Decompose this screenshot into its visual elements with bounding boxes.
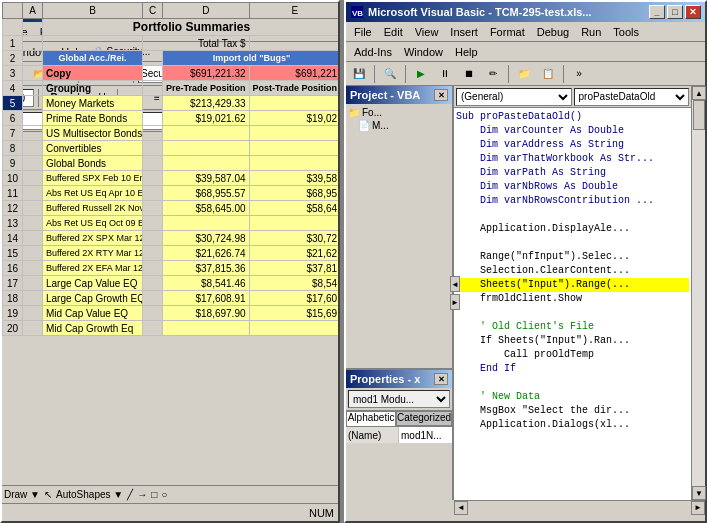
cell[interactable] — [143, 321, 163, 336]
cell[interactable] — [143, 261, 163, 276]
cell[interactable] — [143, 291, 163, 306]
buff2x-rty-val[interactable]: $21,626.74 — [163, 246, 250, 261]
cell[interactable] — [23, 216, 43, 231]
cell[interactable] — [143, 156, 163, 171]
abs-ret-val2[interactable]: $68,95 — [249, 186, 338, 201]
col-header-a[interactable]: A — [23, 3, 43, 19]
cell[interactable] — [249, 321, 338, 336]
scroll-right-btn[interactable]: ► — [691, 501, 705, 515]
copy-cell[interactable]: Copy — [43, 66, 143, 81]
col-header-c[interactable]: C — [143, 3, 163, 19]
cell[interactable] — [23, 321, 43, 336]
autoshapes-btn[interactable]: AutoShapes ▼ — [56, 489, 123, 500]
money-markets-val[interactable]: $213,429.33 — [163, 96, 250, 111]
mid-cap-gr-cell[interactable]: Mid Cap Growth Eq — [43, 321, 143, 336]
cell[interactable] — [23, 276, 43, 291]
general-dropdown[interactable]: (General) — [456, 88, 572, 106]
abs-ret-val[interactable]: $68,955.57 — [163, 186, 250, 201]
cell[interactable] — [23, 246, 43, 261]
scroll-thumb[interactable] — [693, 100, 705, 130]
large-cap-gr-cell[interactable]: Large Cap Growth EQ — [43, 291, 143, 306]
cell[interactable] — [23, 201, 43, 216]
amount-e3[interactable]: $691,221 — [249, 66, 338, 81]
col-header-e[interactable]: E — [249, 3, 338, 19]
cell[interactable] — [143, 111, 163, 126]
import-bugs-btn[interactable]: Import old "Bugs" — [163, 51, 339, 66]
cell[interactable] — [23, 111, 43, 126]
cell[interactable] — [23, 141, 43, 156]
vba-save-btn[interactable]: 💾 — [348, 64, 370, 84]
project-close-btn[interactable]: ✕ — [434, 89, 448, 101]
cell[interactable] — [143, 186, 163, 201]
cell[interactable] — [23, 36, 43, 51]
cell[interactable] — [143, 171, 163, 186]
large-cap-val-val[interactable]: $8,541.46 — [163, 276, 250, 291]
scroll-down-btn[interactable]: ▼ — [692, 486, 706, 500]
properties-close-btn[interactable]: ✕ — [434, 373, 448, 385]
categorized-tab[interactable]: Categorized — [396, 411, 452, 426]
cell[interactable] — [143, 66, 163, 81]
vba-menu-file[interactable]: File — [348, 24, 378, 40]
us-multi-cell[interactable]: US Multisector Bonds — [43, 126, 143, 141]
vba-reset-btn[interactable]: ⏹ — [458, 64, 480, 84]
tree-item-folder[interactable]: 📁 Fo... — [348, 106, 450, 119]
buff2x-efa-val[interactable]: $37,815.36 — [163, 261, 250, 276]
vba-menu-insert[interactable]: Insert — [444, 24, 484, 40]
prop-value-cell[interactable]: mod1N... — [399, 427, 452, 443]
cell[interactable] — [163, 141, 250, 156]
cell[interactable] — [23, 96, 43, 111]
tree-item-module[interactable]: 📄 M... — [348, 119, 450, 132]
oval-btn[interactable]: ○ — [161, 489, 167, 500]
cell[interactable] — [23, 231, 43, 246]
cell[interactable] — [23, 186, 43, 201]
cell[interactable] — [163, 156, 250, 171]
large-cap-gr-val2[interactable]: $17,60 — [249, 291, 338, 306]
col-header-d[interactable]: D — [163, 3, 250, 19]
line-btn[interactable]: ╱ — [127, 489, 133, 500]
vba-props-btn[interactable]: 📋 — [537, 64, 559, 84]
scroll-up-btn[interactable]: ▲ — [692, 86, 706, 100]
properties-object-select[interactable]: mod1 Modu... — [348, 390, 450, 408]
convertibles-cell[interactable]: Convertibles — [43, 141, 143, 156]
alphabetic-tab[interactable]: Alphabetic — [346, 411, 396, 426]
cell[interactable] — [23, 261, 43, 276]
cell[interactable] — [23, 19, 43, 36]
cell[interactable] — [143, 231, 163, 246]
mid-cap-val-val[interactable]: $18,697.90 — [163, 306, 250, 321]
buff-russ-val[interactable]: $58,645.00 — [163, 201, 250, 216]
vba-menu-window[interactable]: Window — [398, 44, 449, 60]
vba-menu-edit[interactable]: Edit — [378, 24, 409, 40]
cell[interactable] — [143, 201, 163, 216]
large-cap-val-cell[interactable]: Large Cap Value EQ — [43, 276, 143, 291]
buff2x-efa-val2[interactable]: $37,81 — [249, 261, 338, 276]
vba-menu-view[interactable]: View — [409, 24, 445, 40]
cell[interactable] — [163, 216, 250, 231]
buff2x-spx-cell[interactable]: Buffered 2X SPX Mar 12 En Inv N... — [43, 231, 143, 246]
vba-maximize-btn[interactable]: □ — [667, 5, 683, 19]
cell[interactable] — [163, 321, 250, 336]
prime-rate-cell[interactable]: Prime Rate Bonds — [43, 111, 143, 126]
cell[interactable] — [23, 81, 43, 96]
buff-russ-cell[interactable]: Buffered Russell 2K Nov 10 En Inv — [43, 201, 143, 216]
cell[interactable] — [23, 156, 43, 171]
scroll-left-btn[interactable]: ◄ — [454, 501, 468, 515]
col-header-b[interactable]: B — [43, 3, 143, 19]
cell[interactable] — [249, 141, 338, 156]
vba-more-btn[interactable]: » — [568, 64, 590, 84]
proc-dropdown[interactable]: proPasteDataOld — [574, 88, 690, 106]
cell[interactable] — [143, 126, 163, 141]
vba-find-btn[interactable]: 🔍 — [379, 64, 401, 84]
cell[interactable] — [249, 156, 338, 171]
cell[interactable] — [163, 126, 250, 141]
vba-menu-tools[interactable]: Tools — [607, 24, 645, 40]
cell[interactable] — [143, 141, 163, 156]
expand-right-btn[interactable]: ► — [450, 294, 460, 310]
money-markets-cell[interactable]: Money Markets — [43, 96, 143, 111]
buff2x-spx-val2[interactable]: $30,72 — [249, 231, 338, 246]
buff2x-rty-cell[interactable]: Buffered 2X RTY Mar 12 En Inv N... — [43, 246, 143, 261]
buff2x-efa-cell[interactable]: Buffered 2X EFA Mar 12 En Inv N... — [43, 261, 143, 276]
vba-project-btn[interactable]: 📁 — [513, 64, 535, 84]
amount-d3[interactable]: $691,221.32 — [163, 66, 250, 81]
cell[interactable] — [143, 96, 163, 111]
cell[interactable] — [23, 291, 43, 306]
